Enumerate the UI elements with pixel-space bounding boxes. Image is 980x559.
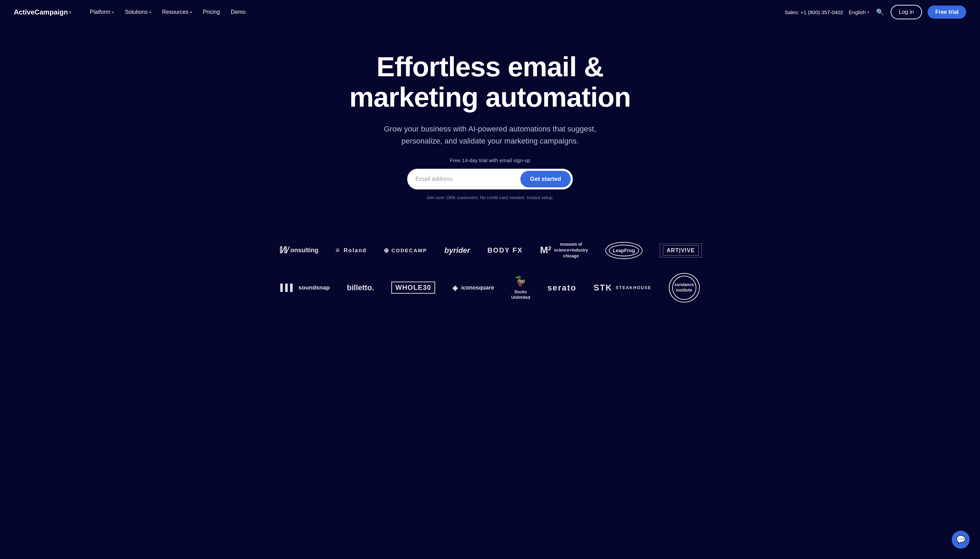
- chat-button[interactable]: 💬: [952, 531, 970, 549]
- chevron-down-icon: ▾: [112, 10, 114, 14]
- nav-links: Platform ▾ Solutions ▾ Resources ▾ Prici…: [85, 6, 785, 18]
- search-icon[interactable]: 🔍: [875, 7, 885, 17]
- email-input[interactable]: [415, 175, 521, 182]
- nav-item-solutions[interactable]: Solutions ▾: [120, 6, 156, 18]
- logo-roland: ≡ Roland: [335, 246, 367, 254]
- logos-section: 𝕎 onsulting ≡ Roland ⊕ CODECAMP byrider …: [0, 221, 980, 330]
- logo-stk-steakhouse: STK STEAKHOUSE: [593, 283, 651, 293]
- logo-wonsulting: 𝕎 onsulting: [278, 245, 318, 256]
- free-trial-button[interactable]: Free trial: [927, 5, 966, 19]
- nav-item-resources[interactable]: Resources ▾: [157, 6, 196, 18]
- hero-title: Effortless email & marketing automation: [335, 52, 645, 112]
- brand-name: ActiveCampaign: [14, 8, 68, 16]
- login-button[interactable]: Log in: [891, 5, 922, 19]
- logo-bodyfx: BODY FX: [487, 246, 523, 254]
- hero-subtitle: Grow your business with AI-powered autom…: [373, 123, 607, 147]
- logo-leapfrog: LeapFrog: [605, 242, 643, 259]
- wonsulting-icon: 𝕎: [278, 245, 288, 256]
- logo-museum-science: M² museum ofscience+industrychicago: [540, 241, 588, 259]
- chat-icon: 💬: [956, 535, 965, 544]
- logo-soundsnap: ▌▌▌ soundsnap: [280, 284, 329, 291]
- logo-ducks-unlimited: 🦆 DucksUnlimited: [511, 275, 530, 301]
- language-selector[interactable]: English ▾: [849, 9, 869, 15]
- nav-item-demo[interactable]: Demo: [226, 6, 251, 18]
- nav-item-pricing[interactable]: Pricing: [198, 6, 225, 18]
- email-form: Get started: [407, 169, 573, 189]
- logo-iconosquare: ◈ iconosquare: [453, 284, 494, 292]
- navbar: ActiveCampaign › Platform ▾ Solutions ▾ …: [0, 0, 980, 24]
- chevron-down-icon: ▾: [868, 10, 869, 14]
- sales-number: Sales: +1 (800) 357-0402: [785, 9, 843, 15]
- logo-byrider: byrider: [445, 246, 470, 255]
- hero-trial-label: Free 14-day trial with email sign-up: [450, 157, 530, 163]
- logo-billetto: billetto.: [347, 283, 374, 292]
- logos-row-1: 𝕎 onsulting ≡ Roland ⊕ CODECAMP byrider …: [28, 241, 952, 259]
- logo-sundance-institute: sundanceinstitute: [669, 273, 700, 303]
- nav-item-platform[interactable]: Platform ▾: [85, 6, 119, 18]
- logo-serato: serato: [547, 283, 576, 293]
- chevron-down-icon: ▾: [190, 10, 192, 14]
- chevron-down-icon: ▾: [149, 10, 151, 14]
- nav-right: Sales: +1 (800) 357-0402 English ▾ 🔍 Log…: [785, 5, 966, 19]
- brand-arrow: ›: [69, 9, 71, 15]
- logos-row-2: ▌▌▌ soundsnap billetto. WHOLE30 ◈ iconos…: [28, 273, 952, 303]
- hero-note: Join over 180k customers. No credit card…: [426, 195, 554, 200]
- brand-logo[interactable]: ActiveCampaign ›: [14, 8, 71, 16]
- logo-whole30: WHOLE30: [391, 281, 435, 294]
- logo-codecamp: ⊕ CODECAMP: [384, 247, 427, 254]
- logo-artivive: ART|VIVE: [660, 244, 702, 257]
- hero-section: Effortless email & marketing automation …: [0, 24, 980, 221]
- get-started-button[interactable]: Get started: [521, 171, 571, 187]
